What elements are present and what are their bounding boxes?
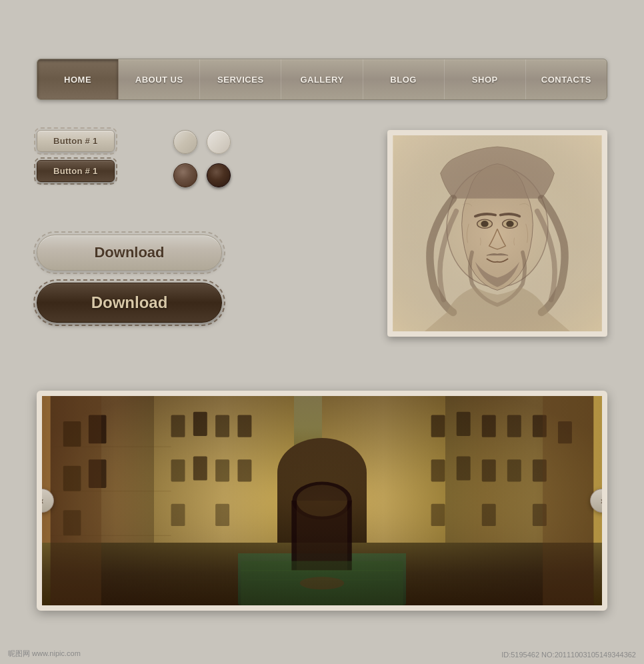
nav-item-shop[interactable]: SHOP bbox=[445, 59, 526, 99]
circle-lighter[interactable] bbox=[207, 130, 231, 154]
button-row-light: Button # 1 bbox=[37, 130, 290, 152]
nav-item-home[interactable]: HOME bbox=[37, 59, 119, 99]
arch-gateway bbox=[277, 438, 367, 553]
nav-item-gallery[interactable]: GALLERY bbox=[281, 59, 363, 99]
watermark-left: 昵图网 www.nipic.com bbox=[8, 649, 81, 659]
circle-wood-light[interactable] bbox=[173, 163, 197, 187]
download-area: Download Download bbox=[37, 235, 222, 323]
watermark-right: ID:5195462 NO:20111003105149344362 bbox=[501, 651, 636, 659]
download-button-light[interactable]: Download bbox=[37, 235, 222, 271]
nav-item-services[interactable]: SERVICES bbox=[200, 59, 281, 99]
street-scene bbox=[42, 396, 602, 605]
button1-light[interactable]: Button # 1 bbox=[37, 130, 115, 152]
circles-row-top bbox=[173, 130, 231, 154]
circles-group bbox=[173, 130, 231, 187]
buttons-area: Button # 1 Button # 1 bbox=[37, 130, 290, 190]
nav-item-contacts[interactable]: CONTACTS bbox=[526, 59, 607, 99]
nav-item-blog[interactable]: BLOG bbox=[363, 59, 445, 99]
slider-container: ‹ › bbox=[37, 391, 607, 611]
navigation-bar: HOME ABOUT US SERVICES GALLERY BLOG SHOP… bbox=[37, 59, 607, 100]
circle-wood-dark[interactable] bbox=[207, 163, 231, 187]
nav-item-about[interactable]: ABOUT US bbox=[119, 59, 200, 99]
circles-row-bottom bbox=[173, 163, 231, 187]
portrait-svg bbox=[393, 135, 602, 331]
portrait-frame bbox=[387, 130, 607, 337]
canal bbox=[238, 553, 406, 606]
slider-image bbox=[42, 396, 602, 605]
download-button-dark[interactable]: Download bbox=[37, 283, 222, 323]
svg-rect-7 bbox=[393, 135, 602, 331]
circle-light[interactable] bbox=[173, 130, 197, 154]
portrait-image bbox=[393, 135, 602, 331]
button1-dark[interactable]: Button # 1 bbox=[37, 160, 115, 182]
button-row-dark: Button # 1 bbox=[37, 160, 290, 182]
